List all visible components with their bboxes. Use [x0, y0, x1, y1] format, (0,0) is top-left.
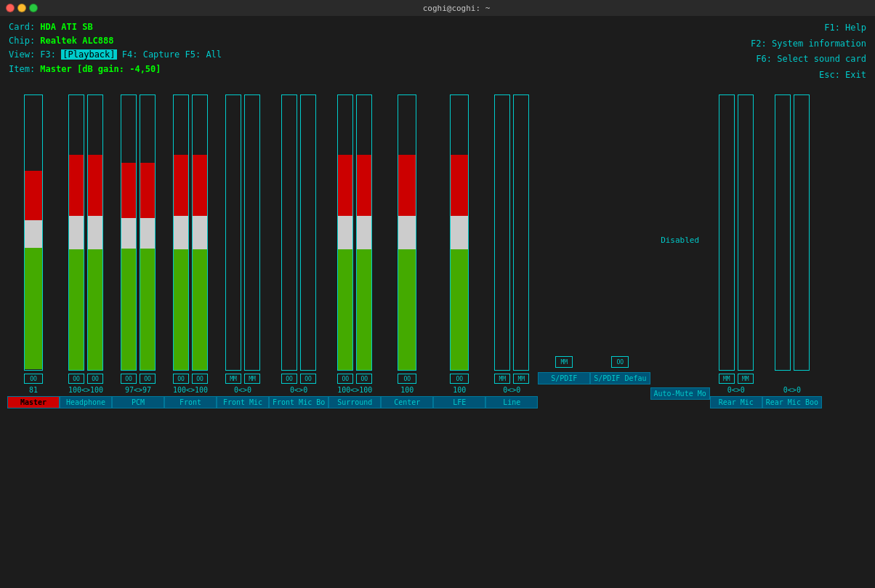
channel-line[interactable]: MMMM0<>0Line — [485, 94, 538, 408]
mute-btn-1-0[interactable]: OO — [68, 374, 84, 384]
channel-label-5[interactable]: Front Mic Bo — [269, 396, 328, 408]
mute-btn-9-0[interactable]: MM — [494, 374, 510, 384]
chip-info: Chip: Realtek ALC888 — [9, 34, 222, 48]
mute-btn-7-0[interactable]: OO — [398, 374, 416, 384]
channel-label-11[interactable]: S/PDIF Defau — [590, 372, 650, 384]
channel-front-mic[interactable]: MMMM0<>0Front Mic — [217, 94, 269, 408]
channel-label-12[interactable]: Auto-Mute Mo — [650, 387, 710, 400]
channel-master[interactable]: OO81Master — [7, 94, 60, 408]
faders-row-14 — [775, 94, 810, 371]
mute-btn-11[interactable]: OO — [611, 356, 629, 368]
fader-2-0[interactable] — [121, 94, 137, 371]
mute-btn-2-1[interactable]: OO — [140, 374, 156, 384]
channel-rear-mic[interactable]: MMMM0<>0Rear Mic — [710, 94, 762, 408]
channel-label-2[interactable]: PCM — [112, 396, 164, 408]
mute-btn-13-1[interactable]: MM — [738, 374, 754, 384]
fader-6-0[interactable] — [337, 94, 353, 371]
view-info: View: F3: [Playback] F4: Capture F5: All — [9, 48, 222, 62]
channel-label-6[interactable]: Surround — [328, 396, 381, 408]
mute-btn-9-1[interactable]: MM — [513, 374, 529, 384]
fader-3-0[interactable] — [173, 94, 189, 371]
channel-pcm[interactable]: OOOO97<>97PCM — [112, 94, 164, 408]
fader-14-0[interactable] — [775, 94, 791, 371]
fader-14-1[interactable] — [794, 94, 810, 371]
faders-row-3 — [173, 94, 208, 371]
fader-3-1[interactable] — [192, 94, 208, 371]
channel-value-13: 0<>0 — [727, 386, 745, 394]
channel-label-9[interactable]: Line — [485, 396, 538, 408]
fader-1-1[interactable] — [87, 94, 103, 371]
channel-headphone[interactable]: OOOO100<>100Headphone — [60, 94, 112, 408]
fader-9-1[interactable] — [513, 94, 529, 371]
shortcut-f2: F2: System information — [751, 36, 866, 52]
fader-5-1[interactable] — [300, 94, 316, 371]
mute-btn-3-1[interactable]: OO — [192, 374, 208, 384]
channel-auto-mute-mo[interactable]: DisabledAuto-Mute Mo — [650, 94, 710, 400]
faders-row-4 — [225, 94, 260, 371]
channel-label-4[interactable]: Front Mic — [217, 396, 269, 408]
minimize-button[interactable] — [17, 4, 26, 12]
faders-row-7 — [398, 94, 416, 371]
mute-btn-0-0[interactable]: OO — [24, 374, 43, 384]
channel-surround[interactable]: OOOO100<>100Surround — [328, 94, 381, 408]
channel-label-14[interactable]: Rear Mic Boo — [762, 396, 822, 408]
channel-value-0: 81 — [29, 386, 38, 394]
mute-btn-8-0[interactable]: OO — [450, 374, 469, 384]
fader-4-1[interactable] — [244, 94, 260, 371]
shortcut-esc: Esc: Exit — [751, 68, 866, 84]
mute-btn-5-1[interactable]: OO — [300, 374, 316, 384]
channel-label-8[interactable]: LFE — [433, 396, 485, 408]
mute-btn-3-0[interactable]: OO — [173, 374, 189, 384]
mute-btn-4-1[interactable]: MM — [244, 374, 260, 384]
channel-label-1[interactable]: Headphone — [60, 396, 112, 408]
faders-row-8 — [450, 94, 469, 371]
window-title: coghi@coghi: ~ — [44, 4, 869, 13]
fader-1-0[interactable] — [68, 94, 84, 371]
fader-4-0[interactable] — [225, 94, 241, 371]
fader-2-1[interactable] — [140, 94, 156, 371]
mute-btn-10[interactable]: MM — [555, 356, 573, 368]
channel-label-7[interactable]: Center — [381, 396, 433, 408]
fader-5-0[interactable] — [281, 94, 297, 371]
channel-value-8: 100 — [453, 386, 466, 394]
fader-13-0[interactable] — [719, 94, 735, 371]
main-content: Card: HDA ATI SB Chip: Realtek ALC888 Vi… — [0, 16, 875, 588]
channel-front[interactable]: OOOO100<>100Front — [164, 94, 217, 408]
channel-front-mic-bo[interactable]: OOOO0<>0Front Mic Bo — [269, 94, 328, 408]
shortcut-f6: F6: Select sound card — [751, 52, 866, 68]
channel-value-9: 0<>0 — [503, 386, 520, 394]
close-button[interactable] — [6, 4, 15, 12]
faders-row-1 — [68, 94, 103, 371]
channel-value-6: 100<>100 — [337, 386, 372, 394]
fader-7-0[interactable] — [398, 94, 416, 371]
faders-row-6 — [337, 94, 372, 371]
channel-label-3[interactable]: Front — [164, 396, 217, 408]
channel-center[interactable]: OO100Center — [381, 94, 433, 408]
mute-btn-1-1[interactable]: OO — [87, 374, 103, 384]
title-bar: coghi@coghi: ~ — [0, 0, 875, 16]
mute-btn-5-0[interactable]: OO — [281, 374, 297, 384]
faders-row-0 — [24, 94, 43, 371]
mute-btn-6-1[interactable]: OO — [356, 374, 372, 384]
channel-value-2: 97<>97 — [125, 386, 151, 394]
fader-0-0[interactable] — [24, 94, 43, 371]
fader-8-0[interactable] — [450, 94, 469, 371]
mute-btn-4-0[interactable]: MM — [225, 374, 241, 384]
faders-row-2 — [121, 94, 156, 371]
fader-9-0[interactable] — [494, 94, 510, 371]
fader-6-1[interactable] — [356, 94, 372, 371]
channel-label-13[interactable]: Rear Mic — [710, 396, 762, 408]
fader-13-1[interactable] — [738, 94, 754, 371]
faders-row-13 — [719, 94, 754, 371]
channel-s/pdif[interactable]: MMS/PDIF — [538, 94, 590, 384]
channel-s/pdif-defau[interactable]: OOS/PDIF Defau — [590, 94, 650, 384]
shortcuts: F1: Help F2: System information F6: Sele… — [751, 20, 866, 83]
mute-btn-2-0[interactable]: OO — [121, 374, 137, 384]
mute-btn-13-0[interactable]: MM — [719, 374, 735, 384]
channel-label-0[interactable]: Master — [7, 396, 60, 408]
mute-btn-6-0[interactable]: OO — [337, 374, 353, 384]
channel-lfe[interactable]: OO100LFE — [433, 94, 485, 408]
channel-rear-mic-boo[interactable]: 0<>0Rear Mic Boo — [762, 94, 822, 408]
maximize-button[interactable] — [29, 4, 38, 12]
channel-label-10[interactable]: S/PDIF — [538, 372, 590, 384]
